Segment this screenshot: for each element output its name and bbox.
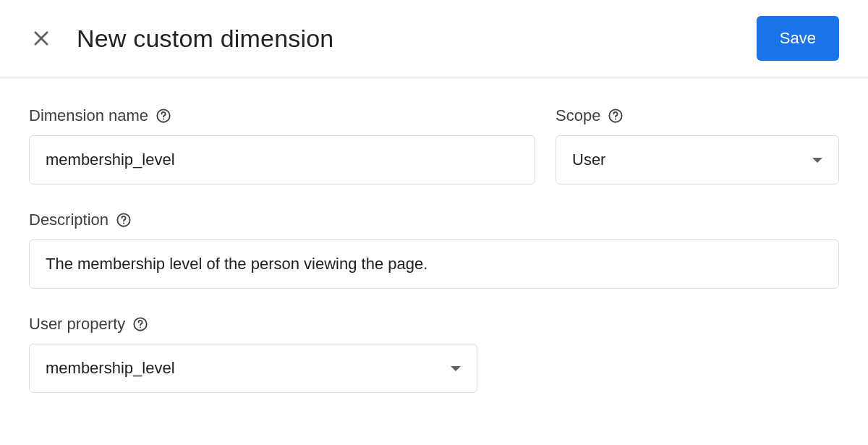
user-property-label-text: User property: [29, 315, 125, 334]
user-property-select[interactable]: membership_level: [29, 344, 477, 393]
description-label: Description: [29, 211, 839, 229]
help-icon[interactable]: [608, 108, 624, 124]
help-icon[interactable]: [156, 108, 171, 124]
dimension-name-label: Dimension name: [29, 106, 535, 125]
scope-selected-value: User: [572, 151, 605, 169]
row-user-property: User property membership_level: [29, 315, 839, 393]
field-description: Description: [29, 211, 839, 289]
field-scope: Scope User: [556, 106, 839, 185]
chevron-down-icon: [812, 158, 822, 163]
user-property-selected-value: membership_level: [46, 359, 175, 378]
description-input[interactable]: [29, 240, 839, 289]
save-button[interactable]: Save: [757, 16, 839, 61]
help-icon[interactable]: [132, 316, 148, 332]
dialog-header: New custom dimension Save: [0, 0, 868, 77]
dimension-name-label-text: Dimension name: [29, 106, 148, 125]
close-button[interactable]: [29, 26, 54, 51]
form-body: Dimension name Scope: [0, 77, 868, 393]
svg-point-7: [123, 223, 124, 224]
header-left: New custom dimension: [29, 25, 333, 53]
row-name-scope: Dimension name Scope: [29, 106, 839, 185]
svg-point-9: [140, 327, 141, 329]
field-dimension-name: Dimension name: [29, 106, 535, 185]
row-description: Description: [29, 211, 839, 289]
help-icon[interactable]: [116, 212, 132, 228]
scope-label: Scope: [556, 106, 839, 125]
user-property-label: User property: [29, 315, 477, 334]
description-label-text: Description: [29, 211, 109, 229]
svg-point-5: [615, 119, 616, 120]
close-icon: [31, 28, 51, 48]
dialog-title: New custom dimension: [77, 25, 333, 53]
field-user-property: User property membership_level: [29, 315, 477, 393]
svg-point-3: [163, 119, 164, 120]
scope-select[interactable]: User: [556, 135, 839, 185]
chevron-down-icon: [451, 366, 461, 371]
dimension-name-input[interactable]: [29, 135, 535, 185]
scope-label-text: Scope: [556, 106, 600, 125]
